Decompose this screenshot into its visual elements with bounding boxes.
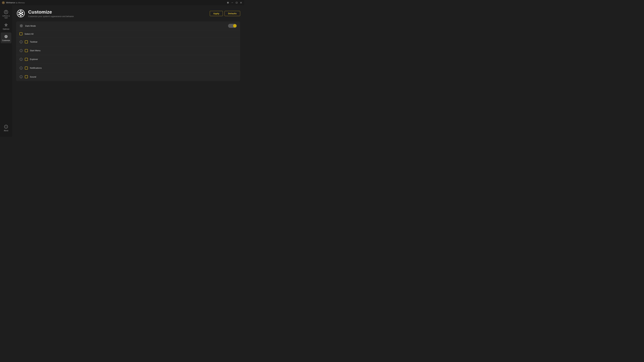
svg-point-23 — [22, 12, 23, 13]
select-all-label: Select All — [24, 33, 33, 35]
title-bar-left: Winhance by Memory — [2, 1, 25, 4]
taskbar-checkbox[interactable] — [25, 40, 28, 43]
svg-point-28 — [21, 25, 22, 26]
svg-point-12 — [6, 36, 7, 36]
svg-point-16 — [6, 36, 6, 37]
svg-point-6 — [4, 10, 8, 14]
page-subtitle: Customize your system's appearance and b… — [28, 15, 74, 17]
svg-point-22 — [20, 10, 22, 12]
content-area: Customize Customize your system's appear… — [12, 5, 244, 137]
sidebar-item-customize-label: Customize — [2, 39, 10, 41]
setting-row-start-menu: Start Menu — [16, 46, 240, 55]
sidebar-item-about-label: About — [4, 130, 8, 132]
svg-point-39 — [21, 41, 21, 41]
title-bar: Winhance by Memory — [0, 0, 244, 5]
svg-point-11 — [6, 35, 6, 36]
app-window: Winhance by Memory — [0, 0, 244, 137]
close-button[interactable] — [240, 1, 242, 4]
sound-info-icon[interactable] — [20, 75, 23, 78]
apply-button[interactable]: Apply — [210, 11, 223, 16]
header-buttons: Apply Defaults — [210, 11, 240, 16]
svg-point-13 — [6, 37, 7, 37]
page-header-left: Customize Customize your system's appear… — [16, 9, 74, 18]
title-bar-text: Winhance by Memory — [6, 1, 25, 4]
svg-line-36 — [20, 27, 20, 27]
svg-point-19 — [6, 126, 6, 126]
notifications-info-icon[interactable] — [20, 66, 23, 70]
dark-mode-label: Dark Mode — [25, 25, 228, 27]
svg-point-48 — [21, 67, 21, 68]
select-all-row: Select All — [16, 30, 240, 37]
svg-point-7 — [6, 11, 6, 12]
svg-point-42 — [21, 50, 21, 50]
app-name: Winhance — [6, 1, 15, 4]
sidebar-item-customize[interactable]: Customize — [1, 32, 12, 43]
snowflake-icon[interactable] — [227, 1, 229, 4]
svg-point-51 — [21, 76, 21, 76]
sound-checkbox[interactable] — [25, 75, 28, 78]
by-memory-label: by Memory — [16, 2, 25, 4]
svg-point-24 — [22, 14, 23, 15]
taskbar-label: Taskbar — [30, 40, 38, 43]
start-menu-checkbox[interactable] — [25, 49, 28, 52]
taskbar-info-icon[interactable] — [20, 40, 23, 43]
svg-line-35 — [22, 25, 22, 25]
setting-row-notifications-left: Notifications — [20, 66, 237, 70]
svg-point-27 — [20, 12, 22, 14]
svg-point-14 — [6, 37, 6, 38]
setting-row-sound-left: Sound — [20, 75, 237, 78]
page-title-group: Customize Customize your system's appear… — [28, 9, 74, 17]
minimize-button[interactable] — [231, 1, 234, 4]
explorer-checkbox[interactable] — [25, 58, 28, 61]
start-menu-info-icon[interactable] — [20, 49, 23, 52]
setting-row-taskbar: Taskbar — [16, 37, 240, 46]
setting-row-taskbar-left: Taskbar — [20, 40, 237, 43]
select-all-checkbox[interactable] — [20, 32, 22, 35]
svg-point-26 — [18, 14, 20, 15]
svg-point-25 — [20, 15, 22, 16]
sidebar-item-optimize[interactable]: Optimize — [1, 21, 12, 32]
sidebar: Software & Apps Optimize — [0, 5, 12, 137]
optimize-icon — [4, 23, 8, 27]
sidebar-item-software-apps[interactable]: Software & Apps — [1, 8, 12, 20]
notifications-label: Notifications — [30, 67, 42, 69]
svg-point-8 — [6, 25, 6, 26]
dark-mode-toggle[interactable] — [228, 24, 237, 28]
dark-mode-row: Dark Mode — [16, 21, 240, 30]
sidebar-item-about[interactable]: About — [1, 123, 12, 133]
notifications-checkbox[interactable] — [25, 66, 28, 69]
svg-point-21 — [18, 12, 20, 13]
start-menu-label: Start Menu — [30, 49, 40, 52]
setting-row-start-menu-left: Start Menu — [20, 49, 237, 52]
setting-row-notifications: Notifications — [16, 64, 240, 72]
settings-panel: Dark Mode Select All — [16, 21, 240, 81]
page-icon — [16, 9, 26, 18]
maximize-button[interactable] — [236, 1, 238, 4]
page-title: Customize — [28, 9, 74, 15]
svg-point-15 — [5, 37, 6, 37]
explorer-info-icon[interactable] — [20, 58, 23, 61]
setting-row-sound: Sound — [16, 72, 240, 81]
window-controls — [227, 1, 242, 4]
explorer-label: Explorer — [30, 58, 38, 60]
svg-line-33 — [20, 25, 20, 25]
svg-line-34 — [22, 27, 22, 27]
sidebar-item-optimize-label: Optimize — [3, 28, 9, 30]
customize-icon — [4, 34, 8, 39]
svg-point-10 — [5, 36, 6, 36]
sidebar-item-software-apps-label: Software & Apps — [2, 15, 10, 19]
svg-point-1 — [228, 2, 228, 3]
sound-label: Sound — [30, 76, 36, 78]
svg-rect-3 — [236, 2, 237, 3]
setting-row-explorer: Explorer — [16, 55, 240, 64]
dark-mode-icon — [20, 24, 23, 28]
software-apps-icon — [4, 10, 8, 14]
defaults-button[interactable]: Defaults — [224, 11, 240, 16]
app-logo-icon — [2, 1, 5, 4]
setting-row-explorer-left: Explorer — [20, 58, 237, 61]
svg-point-45 — [21, 59, 21, 59]
page-header: Customize Customize your system's appear… — [16, 9, 240, 18]
about-icon — [4, 124, 8, 129]
main-layout: Software & Apps Optimize — [0, 5, 244, 137]
